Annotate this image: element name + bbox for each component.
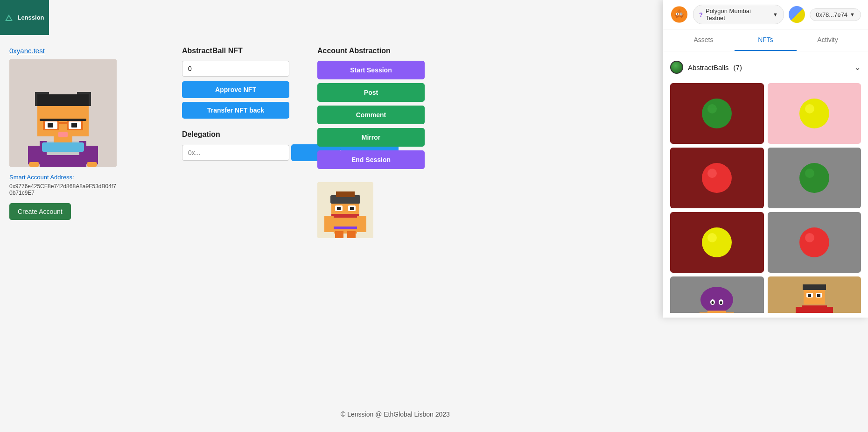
svg-point-46 [680, 14, 682, 15]
account-address-text: 0x78...7e74 [816, 11, 847, 18]
account-chevron-icon: ▼ [850, 12, 855, 17]
nft-card-5[interactable] [670, 212, 764, 273]
svg-point-48 [707, 104, 717, 113]
svg-rect-18 [59, 122, 67, 124]
approve-nft-button[interactable]: Approve NFT [182, 81, 289, 98]
tab-assets[interactable]: Assets [672, 29, 735, 51]
network-selector[interactable]: ? Polygon Mumbai Testnet ▼ [693, 5, 784, 24]
delegation-input[interactable] [182, 145, 289, 161]
popup-header: ? Polygon Mumbai Testnet ▼ 0x78...7e74 ▼ [663, 0, 868, 29]
svg-rect-37 [324, 216, 334, 232]
smart-account-address: 0x9776e425CF8e742d868A8a9F53dB04f70b71c9… [9, 183, 117, 196]
collection-icon [670, 61, 683, 74]
svg-rect-34 [337, 207, 341, 210]
nft-grid [670, 83, 861, 313]
svg-rect-20 [54, 138, 72, 142]
nft-card-1[interactable] [670, 83, 764, 144]
svg-rect-76 [817, 294, 820, 297]
collection-header: AbstractBalls (7) ⌄ [670, 58, 861, 76]
svg-rect-75 [808, 294, 811, 297]
account-abstraction-section: Account Abstraction Start Session Post C… [317, 47, 425, 173]
collection-title: AbstractBalls (7) [670, 61, 742, 74]
transfer-nft-button[interactable]: Transfer NFT back [182, 102, 289, 119]
svg-rect-66 [700, 312, 707, 313]
start-session-button[interactable]: Start Session [317, 61, 425, 79]
network-chevron-icon: ▼ [773, 12, 778, 17]
svg-rect-38 [357, 216, 366, 232]
smart-account-label[interactable]: Smart Account Address: [9, 174, 117, 181]
metamask-popup: ? Polygon Mumbai Testnet ▼ 0x78...7e74 ▼… [663, 0, 868, 318]
svg-point-52 [707, 169, 717, 178]
svg-rect-79 [827, 307, 833, 313]
mirror-button[interactable]: Mirror [317, 128, 425, 147]
svg-rect-67 [726, 312, 734, 313]
svg-point-63 [712, 301, 714, 304]
eth-network-icon[interactable] [789, 6, 805, 23]
tab-nfts[interactable]: NFTs [735, 29, 797, 51]
svg-rect-77 [802, 305, 827, 313]
logo-bar: Lenssion [0, 0, 49, 35]
svg-point-49 [799, 99, 829, 128]
metamask-fox-icon [670, 5, 688, 24]
svg-point-58 [805, 233, 814, 242]
nft-token-input[interactable] [182, 61, 289, 77]
svg-point-60 [700, 287, 733, 313]
post-button[interactable]: Post [317, 83, 425, 102]
svg-point-54 [805, 169, 814, 178]
nft-card-8[interactable] [768, 276, 861, 313]
svg-rect-36 [331, 214, 359, 218]
svg-rect-22 [42, 142, 84, 152]
network-name: Polygon Mumbai Testnet [706, 7, 770, 21]
account-address-button[interactable]: 0x78...7e74 ▼ [810, 8, 861, 21]
svg-rect-11 [37, 94, 89, 106]
nft-card-4[interactable] [768, 148, 861, 208]
network-question-icon: ? [699, 11, 703, 18]
create-account-button[interactable]: Create Account [9, 203, 71, 220]
logo-text: Lenssion [5, 14, 44, 22]
collection-count: (7) [734, 64, 742, 71]
svg-rect-39 [334, 227, 357, 229]
svg-rect-65 [707, 311, 726, 313]
collection-collapse-icon[interactable]: ⌄ [854, 62, 861, 72]
nft-character-thumbnail [317, 182, 373, 238]
svg-point-57 [799, 227, 829, 257]
svg-point-47 [702, 99, 732, 128]
svg-rect-17 [71, 123, 77, 127]
svg-point-51 [702, 163, 732, 193]
svg-rect-72 [803, 284, 826, 290]
profile-section: 0xyanc.test [9, 47, 117, 220]
collection-name: AbstractBalls [688, 64, 729, 71]
svg-rect-35 [350, 207, 354, 210]
svg-point-56 [707, 233, 717, 242]
svg-rect-26 [87, 162, 97, 167]
nft-card-2[interactable] [768, 83, 861, 144]
comment-button[interactable]: Comment [317, 106, 425, 124]
nft-card-7[interactable] [670, 276, 764, 313]
svg-rect-16 [48, 123, 53, 127]
nft-card-3[interactable] [670, 148, 764, 208]
nft-card-6[interactable] [768, 212, 861, 273]
username[interactable]: 0xyanc.test [9, 47, 117, 55]
end-session-button[interactable]: End Session [317, 150, 425, 169]
popup-tabs: Assets NFTs Activity [663, 29, 868, 51]
svg-rect-25 [29, 162, 39, 167]
svg-rect-31 [336, 191, 355, 197]
svg-point-55 [702, 227, 732, 257]
svg-rect-78 [796, 307, 802, 313]
nft-collection: AbstractBalls (7) ⌄ [663, 51, 868, 313]
svg-rect-24 [86, 146, 98, 164]
svg-point-50 [805, 104, 814, 113]
svg-rect-21 [40, 119, 86, 121]
avatar-image [9, 59, 117, 167]
svg-rect-23 [28, 146, 40, 164]
svg-point-53 [799, 163, 829, 193]
footer: © Lenssion @ EthGlobal Lisbon 2023 [341, 411, 450, 418]
svg-point-64 [720, 301, 722, 304]
svg-rect-41 [347, 231, 356, 238]
tab-activity[interactable]: Activity [797, 29, 859, 51]
character-svg [317, 182, 373, 238]
avatar-container [9, 59, 117, 167]
svg-point-45 [677, 14, 678, 15]
svg-rect-40 [335, 231, 343, 238]
account-abstraction-title: Account Abstraction [317, 47, 425, 55]
